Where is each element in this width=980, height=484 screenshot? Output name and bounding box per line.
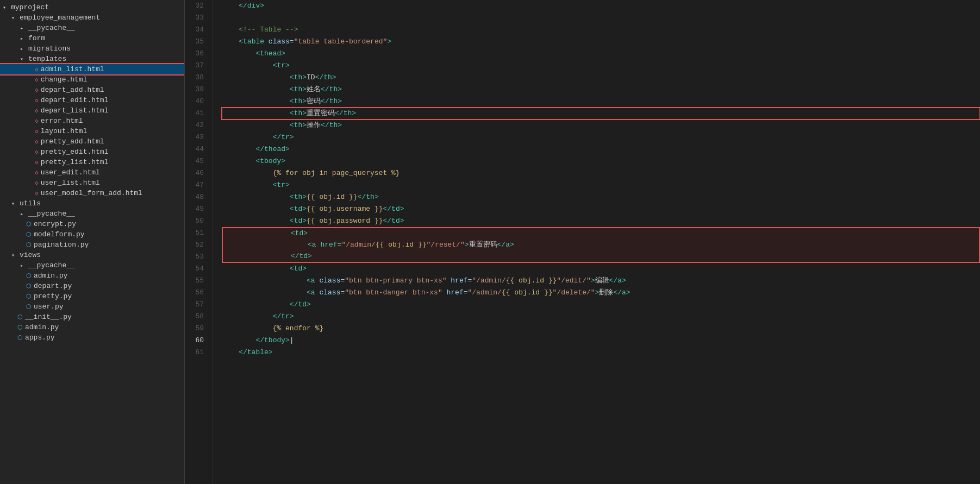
token: "/edit/": [557, 275, 590, 287]
sidebar-item-depart_edit.html[interactable]: ◇depart_edit.html: [0, 95, 184, 105]
sidebar-item-views[interactable]: ▾views: [0, 250, 184, 260]
sidebar-item-utils[interactable]: ▾utils: [0, 198, 184, 209]
sidebar-item-user_model_form_add.html[interactable]: ◇user_model_form_add.html: [0, 188, 184, 198]
code-line: <table class="table table-bordered">: [222, 36, 980, 48]
sidebar-item-__init__.py[interactable]: ⬡__init__.py: [0, 312, 184, 322]
sidebar-item-__pycache__2[interactable]: ▸__pycache__: [0, 209, 184, 219]
sidebar-item-admin_list.html[interactable]: ◇admin_list.html: [0, 64, 184, 74]
sidebar-item-admin.py1[interactable]: ⬡admin.py: [0, 271, 184, 281]
token: </th>: [321, 84, 342, 96]
tree-arrow: ▾: [0, 4, 9, 11]
sidebar-item-error.html[interactable]: ◇error.html: [0, 116, 184, 126]
sidebar-item-change.html[interactable]: ◇change.html: [0, 74, 184, 85]
token: <tr>: [273, 179, 290, 191]
line-number: 32: [189, 0, 204, 12]
html-file-icon: ◇: [35, 97, 39, 104]
token: 编辑: [595, 275, 609, 287]
token: <!-- Table -->: [239, 24, 298, 36]
token: >: [387, 36, 391, 48]
token: <th>: [290, 120, 307, 131]
code-line: <th>ID</th>: [222, 72, 980, 84]
python-file-icon: ⬡: [17, 313, 23, 320]
sidebar-item-depart.py[interactable]: ⬡depart.py: [0, 281, 184, 291]
file-label: depart_list.html: [41, 106, 109, 115]
line-number: 37: [189, 60, 204, 72]
sidebar-item-myproject[interactable]: ▾myproject: [0, 2, 184, 12]
sidebar-item-pretty_add.html[interactable]: ◇pretty_add.html: [0, 136, 184, 147]
sidebar-item-__pycache__3[interactable]: ▸__pycache__: [0, 260, 184, 271]
file-label: change.html: [41, 76, 88, 84]
tree-arrow: ▾: [9, 252, 17, 259]
line-number: 59: [189, 323, 204, 335]
token: </td>: [383, 203, 404, 215]
sidebar-item-layout.html[interactable]: ◇layout.html: [0, 126, 184, 136]
html-file-icon: ◇: [35, 169, 39, 176]
line-number: 60: [189, 335, 204, 347]
sidebar-item-pretty_list.html[interactable]: ◇pretty_list.html: [0, 157, 184, 167]
line-number: 36: [189, 48, 204, 60]
sidebar-item-user.py[interactable]: ⬡user.py: [0, 301, 184, 312]
sidebar-item-depart_add.html[interactable]: ◇depart_add.html: [0, 85, 184, 95]
token: href=: [446, 275, 472, 287]
token: 操作: [307, 120, 321, 131]
sidebar-item-encrypt.py[interactable]: ⬡encrypt.py: [0, 219, 184, 229]
sidebar-item-user_edit.html[interactable]: ◇user_edit.html: [0, 167, 184, 178]
token: {{ obj.id }}: [376, 239, 427, 251]
file-label: user_edit.html: [41, 168, 100, 177]
sidebar-item-pagination.py[interactable]: ⬡pagination.py: [0, 240, 184, 250]
token: {{ obj.id }}: [506, 275, 557, 287]
python-file-icon: ⬡: [17, 324, 23, 331]
token: [222, 179, 273, 191]
sidebar-item-admin.py2[interactable]: ⬡admin.py: [0, 322, 184, 332]
file-label: layout.html: [41, 127, 88, 135]
token: {{ obj.id }}: [307, 191, 358, 203]
python-file-icon: ⬡: [26, 303, 32, 310]
file-label: templates: [28, 55, 66, 63]
token: class=: [319, 287, 345, 299]
sidebar-item-migrations[interactable]: ▸migrations: [0, 43, 184, 54]
token: [223, 250, 291, 262]
html-file-icon: ◇: [35, 66, 39, 73]
code-lines: </div> <!-- Table --> <table class="tabl…: [213, 0, 980, 484]
sidebar-item-depart_list.html[interactable]: ◇depart_list.html: [0, 105, 184, 116]
token: class=: [319, 275, 345, 287]
token: </a>: [613, 287, 630, 299]
code-line: <th>{{ obj.id }}</th>: [222, 191, 980, 203]
sidebar-item-apps.py[interactable]: ⬡apps.py: [0, 332, 184, 343]
line-number: 51: [189, 227, 204, 239]
token: [222, 263, 290, 275]
line-number: 53: [189, 251, 204, 263]
sidebar-item-form[interactable]: ▸form: [0, 33, 184, 43]
token: </th>: [315, 72, 336, 84]
sidebar-item-templates[interactable]: ▾templates: [0, 54, 184, 64]
line-number: 42: [189, 120, 204, 131]
file-label: pretty.py: [34, 292, 72, 300]
line-number: 55: [189, 275, 204, 287]
token: 姓名: [307, 84, 321, 96]
token: [223, 239, 308, 251]
token: <td>: [290, 263, 307, 275]
sidebar-item-pretty.py[interactable]: ⬡pretty.py: [0, 291, 184, 301]
file-label: views: [20, 251, 41, 259]
file-label: apps.py: [25, 334, 55, 342]
token: "/admin/: [468, 287, 502, 299]
token: >: [595, 287, 600, 299]
tree-arrow: ▸: [17, 211, 26, 217]
sidebar-item-__pycache__1[interactable]: ▸__pycache__: [0, 23, 184, 33]
code-line: <a href="/admin/{{ obj.id }}"/reset/">重置…: [222, 239, 980, 251]
sidebar-item-employee_management[interactable]: ▾employee_management: [0, 12, 184, 23]
code-line: <td>{{ obj.username }}</td>: [222, 203, 980, 215]
file-label: admin.py: [34, 272, 67, 280]
sidebar-item-user_list.html[interactable]: ◇user_list.html: [0, 178, 184, 188]
sidebar-item-modelform.py[interactable]: ⬡modelform.py: [0, 229, 184, 240]
token: [222, 60, 273, 72]
file-label: admin.py: [25, 323, 59, 331]
file-label: modelform.py: [34, 230, 85, 238]
token: {% endfor %}: [273, 323, 324, 335]
token: 重置密码: [469, 239, 497, 251]
file-explorer: ▾myproject▾employee_management▸__pycache…: [0, 0, 185, 484]
html-file-icon: ◇: [35, 76, 39, 83]
token: <a href=: [308, 239, 341, 251]
sidebar-item-pretty_edit.html[interactable]: ◇pretty_edit.html: [0, 147, 184, 157]
token: <tr>: [273, 60, 290, 72]
